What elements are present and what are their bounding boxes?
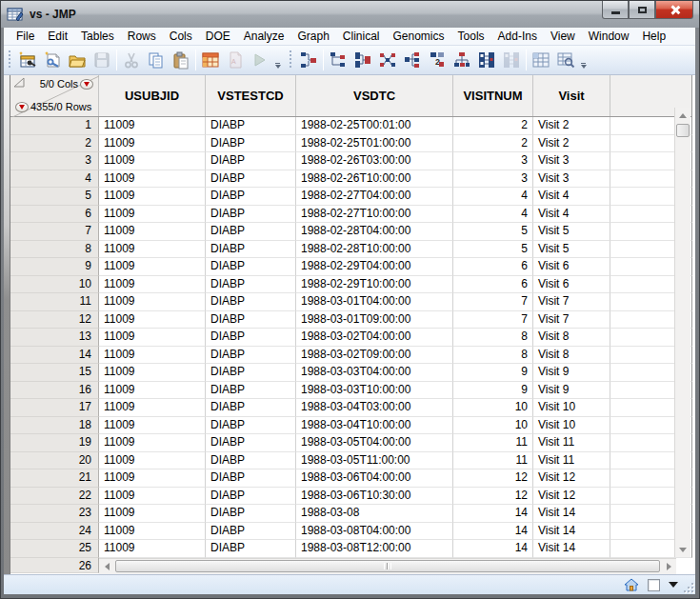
cell-vsdtc[interactable]: 1988-03-08T04:00:00 bbox=[296, 523, 453, 541]
cell-usubjid[interactable]: 11009 bbox=[99, 135, 206, 153]
cell-visitnum[interactable]: 8 bbox=[453, 329, 533, 347]
maximize-button[interactable] bbox=[629, 1, 655, 19]
cell-visit[interactable]: Visit 12 bbox=[533, 469, 610, 488]
cell-visit[interactable]: Visit 8 bbox=[533, 347, 610, 365]
cell-visit[interactable]: Visit 2 bbox=[533, 117, 610, 135]
cell-usubjid[interactable]: 11009 bbox=[99, 170, 206, 189]
cell-visitnum[interactable]: 3 bbox=[453, 170, 533, 189]
row-number-cell[interactable]: 10 bbox=[10, 276, 99, 294]
cell-visitnum[interactable]: 11 bbox=[453, 452, 533, 470]
cell-usubjid[interactable]: 11009 bbox=[99, 117, 206, 135]
scroll-right-button[interactable] bbox=[661, 559, 676, 574]
toolbar-grip[interactable] bbox=[8, 50, 12, 70]
cell-visitnum[interactable]: 2 bbox=[453, 135, 533, 153]
row-number-cell[interactable]: 3 bbox=[10, 152, 99, 170]
cell-visit[interactable]: Visit 14 bbox=[533, 540, 610, 558]
title-bar[interactable]: vs - JMP bbox=[1, 1, 700, 28]
copy-icon[interactable] bbox=[144, 48, 169, 72]
cell-usubjid[interactable]: 11009 bbox=[99, 382, 206, 400]
cell-vsdtc[interactable]: 1988-03-08T12:00:00 bbox=[296, 540, 453, 558]
close-button[interactable] bbox=[655, 1, 693, 19]
column-header-vsdtc[interactable]: VSDTC bbox=[296, 75, 453, 116]
grid-link-disabled-icon[interactable] bbox=[499, 48, 524, 72]
cell-visit[interactable]: Visit 4 bbox=[533, 188, 610, 206]
network-nodes-icon[interactable] bbox=[375, 48, 400, 72]
cell-visitnum[interactable]: 14 bbox=[453, 505, 533, 523]
cell-vstestcd[interactable]: DIABP bbox=[206, 258, 296, 276]
cell-usubjid[interactable]: 11009 bbox=[99, 347, 206, 365]
cell-visit[interactable]: Visit 11 bbox=[533, 434, 610, 452]
cell-vsdtc[interactable]: 1988-02-27T04:00:00 bbox=[296, 188, 453, 206]
cell-visit[interactable]: Visit 12 bbox=[533, 488, 610, 506]
cut-icon[interactable] bbox=[119, 48, 144, 72]
menu-item[interactable]: Tables bbox=[74, 29, 121, 44]
menu-item[interactable]: Clinical bbox=[336, 29, 387, 44]
vertical-scrollbar[interactable] bbox=[674, 108, 690, 557]
cell-visitnum[interactable]: 2 bbox=[453, 117, 533, 135]
cell-vsdtc[interactable]: 1988-03-05T11:00:00 bbox=[296, 452, 453, 470]
cell-vsdtc[interactable]: 1988-02-27T10:00:00 bbox=[296, 206, 453, 224]
cell-vsdtc[interactable]: 1988-03-05T04:00:00 bbox=[296, 434, 453, 452]
cell-vsdtc[interactable]: 1988-03-06T04:00:00 bbox=[296, 469, 453, 488]
pdf-icon[interactable]: A bbox=[223, 48, 248, 72]
cell-usubjid[interactable]: 11009 bbox=[99, 505, 206, 523]
menu-item[interactable]: Add-Ins bbox=[491, 29, 544, 44]
resize-grip[interactable] bbox=[681, 580, 693, 592]
cell-vstestcd[interactable]: DIABP bbox=[206, 382, 296, 400]
cell-vsdtc[interactable]: 1988-02-25T01:00:00 bbox=[296, 135, 453, 153]
cell-visitnum[interactable]: 12 bbox=[453, 469, 533, 488]
row-number-cell[interactable]: 9 bbox=[10, 258, 99, 276]
row-number-cell[interactable]: 13 bbox=[10, 329, 99, 347]
cell-usubjid[interactable]: 11009 bbox=[99, 311, 206, 329]
cell-vsdtc[interactable]: 1988-02-29T10:00:00 bbox=[296, 276, 453, 294]
cell-visitnum[interactable]: 11 bbox=[453, 434, 533, 452]
menu-item[interactable]: Rows bbox=[121, 29, 163, 44]
column-header-visitnum[interactable]: VISITNUM bbox=[453, 75, 533, 116]
toolbar-overflow-chevron[interactable] bbox=[578, 48, 589, 72]
cell-visit[interactable]: Visit 9 bbox=[533, 382, 610, 400]
cell-vsdtc[interactable]: 1988-03-03T10:00:00 bbox=[296, 382, 453, 400]
run-script-icon[interactable] bbox=[248, 48, 272, 72]
cell-visitnum[interactable]: 9 bbox=[453, 364, 533, 382]
cell-vstestcd[interactable]: DIABP bbox=[206, 223, 296, 241]
column-header-usubjid[interactable]: USUBJID bbox=[99, 75, 206, 116]
toolbar-grip[interactable] bbox=[289, 50, 293, 70]
scroll-down-button[interactable] bbox=[675, 542, 690, 557]
window-checkbox[interactable] bbox=[648, 579, 660, 591]
cell-vstestcd[interactable]: DIABP bbox=[206, 540, 296, 558]
cell-vstestcd[interactable]: DIABP bbox=[206, 135, 296, 153]
new-data-table-icon[interactable] bbox=[15, 48, 40, 72]
cell-usubjid[interactable]: 11009 bbox=[99, 293, 206, 311]
cell-vstestcd[interactable]: DIABP bbox=[206, 469, 296, 488]
row-number-cell[interactable]: 7 bbox=[10, 223, 99, 241]
row-number-cell[interactable]: 14 bbox=[10, 347, 99, 365]
cell-usubjid[interactable]: 11009 bbox=[99, 417, 206, 435]
flow-chart-icon[interactable] bbox=[450, 48, 474, 72]
tree-branch-icon[interactable] bbox=[326, 48, 350, 72]
grid-link-icon[interactable] bbox=[474, 48, 499, 72]
open-icon[interactable] bbox=[65, 48, 90, 72]
cell-visit[interactable]: Visit 10 bbox=[533, 417, 610, 435]
cell-visitnum[interactable]: 3 bbox=[453, 152, 533, 170]
cell-visit[interactable]: Visit 5 bbox=[533, 223, 610, 241]
cell-usubjid[interactable]: 11009 bbox=[99, 276, 206, 294]
cell-vstestcd[interactable]: DIABP bbox=[206, 188, 296, 206]
cell-visitnum[interactable]: 12 bbox=[453, 488, 533, 506]
cell-visit[interactable]: Visit 10 bbox=[533, 399, 610, 417]
horizontal-scrollbar-thumb[interactable] bbox=[115, 560, 660, 572]
cell-vstestcd[interactable]: DIABP bbox=[206, 364, 296, 382]
cell-vstestcd[interactable]: DIABP bbox=[206, 311, 296, 329]
row-number-cell[interactable]: 11 bbox=[10, 293, 99, 311]
side-panel-splitter[interactable] bbox=[4, 75, 10, 574]
cell-vsdtc[interactable]: 1988-03-06T10:30:00 bbox=[296, 488, 453, 506]
menu-item[interactable]: Window bbox=[582, 29, 636, 44]
data-table-view-icon[interactable] bbox=[198, 48, 223, 72]
cell-visit[interactable]: Visit 4 bbox=[533, 206, 610, 224]
menu-item[interactable]: File bbox=[10, 29, 41, 44]
cell-visit[interactable]: Visit 5 bbox=[533, 241, 610, 259]
cell-usubjid[interactable]: 11009 bbox=[99, 540, 206, 558]
column-header-vstestcd[interactable]: VSTESTCD bbox=[206, 75, 296, 116]
paste-icon[interactable] bbox=[169, 48, 193, 72]
cell-visitnum[interactable]: 10 bbox=[453, 417, 533, 435]
scroll-left-button[interactable] bbox=[99, 559, 114, 574]
